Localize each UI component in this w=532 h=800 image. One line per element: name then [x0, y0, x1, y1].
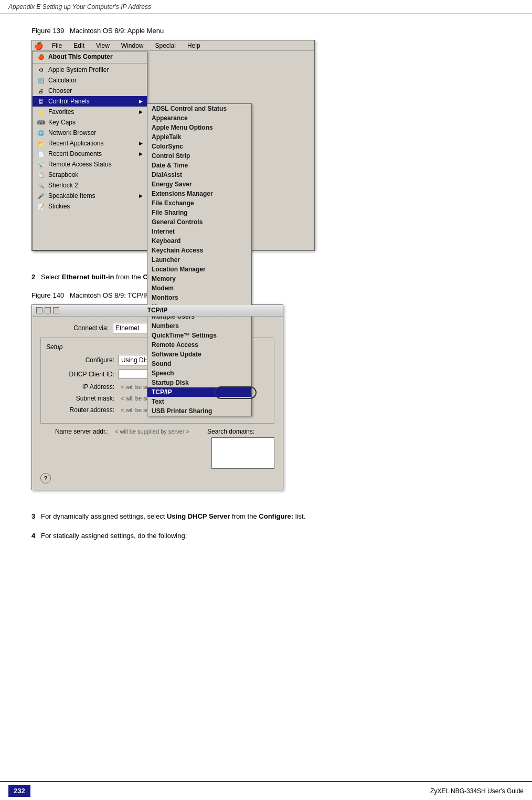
menu-edit[interactable]: Edit: [71, 41, 87, 50]
sherlock-icon: 🔍: [37, 181, 45, 190]
cp-adsl[interactable]: ADSL Control and Status: [147, 104, 251, 113]
step2-text: 2 Select Ethernet built-in from the Conn…: [31, 272, 501, 283]
menu-remote-access[interactable]: 📡 Remote Access Status: [33, 159, 147, 170]
cp-sound[interactable]: Sound: [147, 359, 251, 369]
search-domains-section: Search domains:: [207, 428, 274, 469]
configure-label: Configure:: [46, 356, 114, 364]
remote-access-icon: 📡: [37, 160, 45, 169]
apple-dropdown: 🍎 About This Computer ⚙ Apple System Pro…: [32, 51, 147, 250]
cp-location[interactable]: Location Manager: [147, 265, 251, 274]
favorites-icon: ⭐: [37, 108, 45, 116]
cp-quicktime[interactable]: QuickTime™ Settings: [147, 331, 251, 340]
menu-special[interactable]: Special: [153, 41, 178, 50]
search-domains-input[interactable]: [211, 437, 274, 469]
cp-numbers[interactable]: Numbers: [147, 321, 251, 331]
dropdown-area: 🍎 About This Computer ⚙ Apple System Pro…: [32, 51, 314, 250]
calculator-icon: 🔢: [37, 76, 45, 85]
page-footer: 232 ZyXEL NBG-334SH User's Guide: [0, 781, 532, 800]
step3-bold1: Using DHCP Server: [167, 512, 230, 520]
window-close-btn[interactable]: [36, 307, 42, 313]
menu-scrapbook[interactable]: 📋 Scrapbook: [33, 170, 147, 180]
network-browser-icon: 🌐: [37, 129, 45, 137]
cp-memory[interactable]: Memory: [147, 274, 251, 283]
cp-software-update[interactable]: Software Update: [147, 350, 251, 359]
tcpip-title: TCP/IP: [147, 307, 168, 314]
cp-date-time[interactable]: Date & Time: [147, 161, 251, 170]
cp-control-strip[interactable]: Control Strip: [147, 151, 251, 161]
cp-speech[interactable]: Speech: [147, 369, 251, 378]
cp-internet[interactable]: Internet: [147, 227, 251, 236]
step2-bold1: Ethernet built-in: [62, 273, 114, 281]
connect-via-value: Ethernet: [115, 324, 139, 332]
about-icon: 🍎: [37, 52, 45, 61]
recent-apps-icon: 📂: [37, 139, 45, 148]
subnet-mask-label: Subnet mask:: [46, 395, 114, 402]
menu-speakable[interactable]: 🎤 Speakable Items: [33, 191, 147, 201]
cp-keyboard[interactable]: Keyboard: [147, 236, 251, 246]
menu-key-caps[interactable]: ⌨ Key Caps: [33, 117, 147, 128]
menu-favorites[interactable]: ⭐ Favorites: [33, 107, 147, 117]
mac-window: 🍎 File Edit View Window Special Help 🍎 A…: [31, 40, 315, 251]
control-panels-submenu: ADSL Control and Status Appearance Apple…: [147, 103, 252, 416]
menu-recent-apps[interactable]: 📂 Recent Applications: [33, 138, 147, 149]
figure139-screenshot: 🍎 File Edit View Window Special Help 🍎 A…: [31, 40, 501, 261]
menu-file[interactable]: File: [49, 41, 65, 50]
scrapbook-icon: 📋: [37, 171, 45, 179]
menu-help[interactable]: Help: [185, 41, 203, 50]
figure140-label: Figure 140 Macintosh OS 8/9: TCP/IP: [31, 291, 501, 299]
cp-tcpip[interactable]: TCP/IP: [147, 387, 251, 397]
cp-apple-menu[interactable]: Apple Menu Options: [147, 123, 251, 132]
page-header: Appendix E Setting up Your Computer's IP…: [0, 0, 532, 14]
window-minimize-btn[interactable]: [45, 307, 51, 313]
connect-via-label: Connect via:: [40, 324, 109, 332]
menu-apple-profiler[interactable]: ⚙ Apple System Profiler: [33, 65, 147, 75]
stickies-icon: 📝: [37, 202, 45, 210]
recent-docs-icon: 📄: [37, 150, 45, 158]
menu-network-browser[interactable]: 🌐 Network Browser: [33, 128, 147, 138]
step3-bold2: Configure:: [259, 512, 293, 520]
cp-appearance[interactable]: Appearance: [147, 113, 251, 123]
apple-menu-icon[interactable]: 🍎: [34, 41, 43, 50]
cp-usb[interactable]: USB Printer Sharing: [147, 406, 251, 416]
cp-remote-access[interactable]: Remote Access: [147, 340, 251, 350]
menu-recent-docs[interactable]: 📄 Recent Documents: [33, 149, 147, 159]
header-left: Appendix E Setting up Your Computer's IP…: [8, 3, 151, 10]
step2-number: 2: [31, 273, 35, 281]
key-caps-icon: ⌨: [37, 118, 45, 127]
cp-startup-disk[interactable]: Startup Disk: [147, 378, 251, 387]
cp-file-exchange[interactable]: File Exchange: [147, 198, 251, 208]
menu-view[interactable]: View: [93, 41, 112, 50]
control-panels-icon: 🎛: [37, 97, 45, 106]
cp-modem[interactable]: Modem: [147, 283, 251, 293]
cp-launcher[interactable]: Launcher: [147, 255, 251, 265]
cp-monitors[interactable]: Monitors: [147, 293, 251, 302]
cp-text[interactable]: Text: [147, 397, 251, 406]
menu-about-computer[interactable]: 🍎 About This Computer: [33, 51, 147, 62]
step3-text: 3 For dynamically assigned settings, sel…: [31, 511, 501, 522]
step4-number: 4: [31, 532, 35, 540]
menu-calculator[interactable]: 🔢 Calculator: [33, 75, 147, 86]
bottom-row: Name server addr.: < will be supplied by…: [40, 428, 274, 469]
menu-stickies[interactable]: 📝 Stickies: [33, 201, 147, 212]
step4-text: 4 For statically assigned settings, do t…: [31, 531, 501, 542]
help-button[interactable]: ?: [40, 473, 51, 483]
window-zoom-btn[interactable]: [53, 307, 59, 313]
cp-keychain[interactable]: Keychain Access: [147, 246, 251, 255]
cp-general-controls[interactable]: General Controls: [147, 217, 251, 227]
cp-energy-saver[interactable]: Energy Saver: [147, 180, 251, 189]
menu-control-panels[interactable]: 🎛 Control Panels: [33, 96, 147, 107]
name-server-row: Name server addr.: < will be supplied by…: [40, 428, 199, 435]
cp-appletalk[interactable]: AppleTalk: [147, 132, 251, 142]
profiler-icon: ⚙: [37, 66, 45, 74]
dhcp-client-label: DHCP Client ID:: [46, 371, 114, 378]
menu-window[interactable]: Window: [119, 41, 146, 50]
cp-dialassist[interactable]: DialAssist: [147, 170, 251, 180]
cp-colorsync[interactable]: ColorSync: [147, 142, 251, 151]
figure139-label: Figure 139 Macintosh OS 8/9: Apple Menu: [31, 27, 501, 35]
cp-extensions[interactable]: Extensions Manager: [147, 189, 251, 198]
menu-chooser[interactable]: 🖨 Chooser: [33, 86, 147, 96]
figure140-screenshot: TCP/IP Connect via: Ethernet ⬆⬇ Setup: [31, 304, 501, 501]
menu-sherlock[interactable]: 🔍 Sherlock 2: [33, 180, 147, 191]
search-domains-label: Search domains:: [207, 428, 274, 435]
cp-file-sharing[interactable]: File Sharing: [147, 208, 251, 217]
